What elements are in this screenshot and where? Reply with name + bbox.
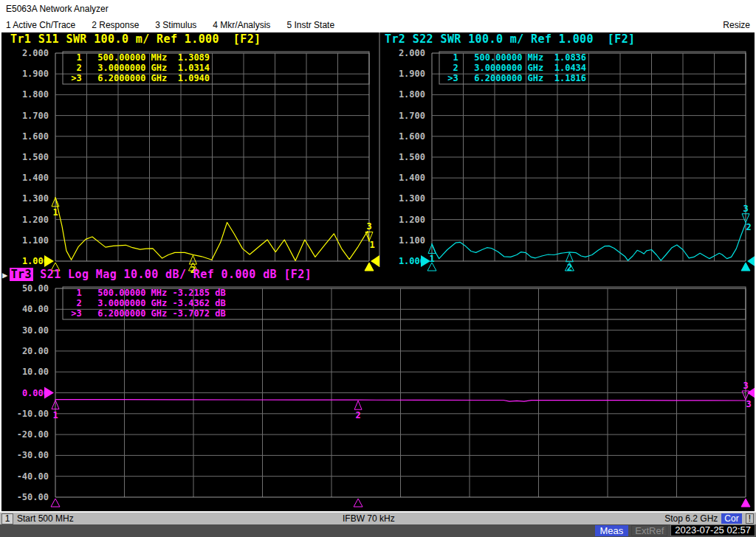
tr1-y-axis-label: 1.300 [3,193,49,204]
tr2-header-text: S22 SWR 100.0 m/ Ref 1.000 [F2] [405,32,635,46]
menu-item[interactable]: 5 Instr State [286,20,334,30]
instrument-status-bar: Meas ExtRef 2023-07-25 02:57 [0,524,756,537]
tr3-y-axis-label: -10.00 [3,409,49,419]
tr3-label: Tr3 [10,268,33,281]
svg-text:3: 3 [746,399,751,409]
tr1-y-axis-label: 2.000 [3,48,49,58]
svg-text:3: 3 [743,204,748,214]
tr2-y-axis-label: 1.800 [379,89,425,100]
correction-badge: Cor [721,513,741,524]
tr3-y-axis-label: 30.00 [3,325,49,336]
title-bar: E5063A Network Analyzer [0,0,756,18]
tr1-marker-readout-row: 2 3.0000000 GHz 1.0314 [66,63,210,73]
svg-text:2: 2 [567,263,572,273]
menu-item[interactable]: 2 Response [92,20,139,30]
tr2-y-axis-label: 2.000 [379,48,425,58]
tr2-y-axis-label: 1.600 [379,131,425,142]
tr2-y-axis-label: 1.000 [379,256,425,266]
tr2-y-axis-label: 1.300 [379,193,425,204]
tr3-marker-2[interactable]: 2 [354,401,362,507]
tr2-y-axis-label: 1.200 [379,215,425,225]
svg-text:3: 3 [743,381,748,391]
tr3-y-axis-label: 20.00 [3,346,49,356]
tr1-ref-level-indicator-right [371,255,379,267]
active-trace-arrow-icon: ▶ [2,270,8,280]
tr1-header[interactable]: Tr1 S11 SWR 100.0 m/ Ref 1.000 [F2] [10,33,261,45]
menu-item[interactable]: 4 Mkr/Analysis [213,20,270,30]
tr3-header-text: S21 Log Mag 10.00 dB/ Ref 0.000 dB [F2] [33,268,312,281]
tr1-marker-3[interactable]: 31 [365,221,375,271]
menu-items: 1 Active Ch/Trace2 Response3 Stimulus4 M… [6,20,334,30]
tr1-y-axis-label: 1.000 [3,256,49,266]
tr2-ref-level-indicator-right [747,255,755,267]
tr2-y-axis-label: 1.900 [379,69,425,79]
tr2-y-axis-label: 1.500 [379,152,425,162]
datetime-display: 2023-07-25 02:57 [670,524,755,536]
tr3-y-axis-label: 0.000 [3,388,49,398]
tr1-y-axis-label: 1.600 [3,131,49,142]
warning-badge: ! [746,513,754,524]
analyzer-screen: 123112321233 2.0001.9001.8001.7001.6001.… [1,32,755,511]
resize-button[interactable]: Resize [723,20,750,30]
svg-text:1: 1 [52,207,58,218]
menu-bar: 1 Active Ch/Trace2 Response3 Stimulus4 M… [0,18,756,32]
tr3-y-axis-label: -40.00 [3,471,49,482]
tr2-y-axis-label: 1.700 [379,111,425,121]
tr1-y-axis-label: 1.400 [3,173,49,183]
tr3-header[interactable]: ▶Tr3 S21 Log Mag 10.00 dB/ Ref 0.000 dB … [2,268,312,281]
tr3-marker-3[interactable]: 33 [741,381,752,507]
tr3-y-axis-label: 50.00 [3,283,49,294]
ifbw-label: IFBW 70 kHz [343,513,395,524]
tr3-y-axis-label: -30.00 [3,450,49,460]
tr2-marker-readout-row: >3 6.2000000 GHz 1.1816 [442,73,586,83]
tr2-header[interactable]: Tr2 S22 SWR 100.0 m/ Ref 1.000 [F2] [385,33,636,45]
tr2-marker-readout-row: 1 500.00000 MHz 1.0836 [442,52,586,63]
svg-text:2: 2 [355,410,360,420]
tr3-y-axis-label: -20.00 [3,429,49,440]
tr3-y-axis-label: -50.00 [3,492,49,502]
tr1-y-axis-label: 1.800 [3,89,49,100]
tr1-y-axis-label: 1.100 [3,235,49,246]
tr2-y-axis-label: 1.100 [379,235,425,246]
window-title: E5063A Network Analyzer [6,4,109,14]
svg-text:1: 1 [369,240,374,250]
status-bar: 1 Start 500 MHz IFBW 70 kHz Stop 6.2 GHz… [0,512,756,524]
tr1-y-axis-label: 1.500 [3,152,49,162]
meas-badge: Meas [595,525,629,536]
tr1-marker-readout-row: >3 6.2000000 GHz 1.0940 [66,73,210,83]
menu-item[interactable]: 1 Active Ch/Trace [6,20,75,30]
menu-item[interactable]: 3 Stimulus [155,20,196,30]
tr1-marker-readout-row: 1 500.00000 MHz 1.3089 [66,52,210,63]
tr3-marker-readout-row: >3 6.2000000 GHz -3.7072 dB [66,308,226,319]
tr2-marker-2[interactable]: 2 [565,253,574,273]
svg-text:2: 2 [746,222,751,232]
tr1-y-axis-label: 1.700 [3,111,49,121]
svg-text:1: 1 [52,410,58,420]
extref-badge: ExtRef [631,525,667,536]
tr3-y-axis-label: 10.00 [3,367,49,377]
tr2-marker-readout-row: 2 3.0000000 GHz 1.0434 [442,63,586,73]
tr3-marker-readout-row: 1 500.00000 MHz -3.2185 dB [66,288,226,298]
sweep-start-label: Start 500 MHz [17,513,74,524]
tr2-y-axis-label: 1.400 [379,173,425,183]
tr1-label: Tr1 [10,32,31,46]
tr2-label: Tr2 [385,32,405,46]
channel-indicator: 1 [1,513,13,524]
tr1-y-axis-label: 1.900 [3,69,49,79]
tr3-marker-readout-row: 2 3.0000000 GHz -3.4362 dB [66,298,226,308]
tr3-y-axis-label: 40.00 [3,304,49,314]
sweep-stop-label: Stop 6.2 GHz [664,513,718,524]
tr1-y-axis-label: 1.200 [3,215,49,225]
tr1-header-text: S11 SWR 100.0 m/ Ref 1.000 [F2] [31,32,261,46]
svg-text:3: 3 [366,221,371,232]
